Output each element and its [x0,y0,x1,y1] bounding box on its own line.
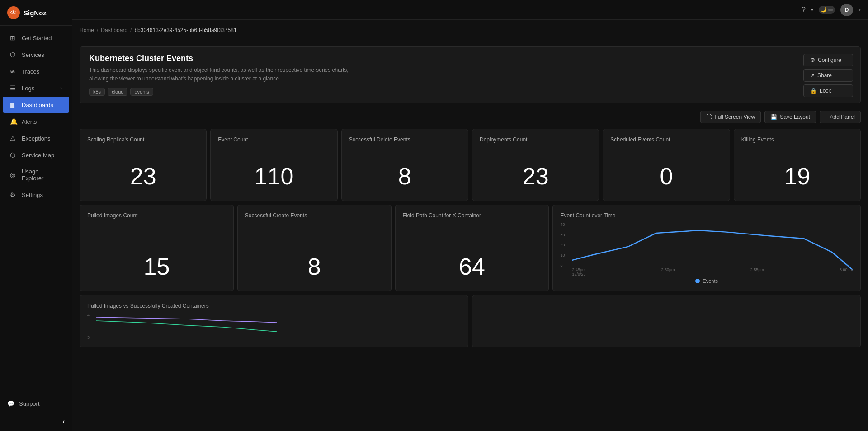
grid-icon: ⊞ [10,34,17,42]
chart-legend: Events [560,278,853,284]
stat-value-create: 8 [245,246,384,284]
stat-card-delete-events: Successful Delete Events 8 [341,129,468,201]
app-name: SigNoz [24,9,47,17]
sidebar-collapse-button[interactable]: ‹ [0,412,72,431]
sidebar-item-alerts[interactable]: 🔔 Alerts [3,113,69,130]
dashboard-description: This dashboard displays specific event a… [89,66,360,83]
usage-icon: ◎ [10,171,17,178]
stat-card-deployments: Deployments Count 23 [472,129,599,201]
dashboard-content: Home / Dashboard / bb304613-2e39-4525-bb… [72,20,868,431]
stat-title-4: Scheduled Events Count [610,136,722,143]
support-icon: 💬 [7,400,14,407]
services-icon: ⬡ [10,51,17,58]
stat-value-field: 64 [403,246,542,284]
theme-toggle[interactable]: 🌙 [819,6,835,14]
logs-icon: ☰ [10,84,17,92]
traces-icon: ≋ [10,68,17,75]
avatar-dropdown-icon[interactable]: ▾ [859,7,861,12]
stat-title-0: Scaling Replica's Count [87,136,199,143]
stat-title-pulled: Pulled Images Count [87,212,226,219]
topbar: ? ▾ 🌙 D ▾ [72,0,868,20]
sidebar-item-get-started[interactable]: ⊞ Get Started [3,30,69,46]
panel2 [472,295,861,347]
tag-k8s: k8s [89,88,105,96]
x-axis: 2:45pm12/8/23 2:50pm 2:55pm 3:00pm [572,267,853,276]
help-icon[interactable]: ? [802,6,806,14]
dashboard-tags: k8s cloud events [89,88,851,96]
help-dropdown-icon[interactable]: ▾ [811,7,813,12]
stat-value-pulled: 15 [87,246,226,284]
avatar[interactable]: D [840,4,853,16]
legend-label: Events [703,278,718,284]
panel-controls: ⛶ Full Screen View 💾 Save Layout + Add P… [80,111,861,123]
stat-value-0: 23 [87,155,199,193]
stat-card-scaling-replicas: Scaling Replica's Count 23 [80,129,207,201]
sidebar-item-exceptions[interactable]: ⚠ Exceptions [3,130,69,146]
app-logo-icon: 👁 [7,6,20,19]
dashboard-actions: ⚙ Configure ↗ Share 🔒 Lock [803,54,853,97]
stat-title-field: Field Path Count for X Container [403,212,542,219]
exceptions-icon: ⚠ [10,135,17,142]
pulled-images-chart-title: Pulled Images vs Successfully Created Co… [87,303,461,309]
sidebar-support[interactable]: 💬 Support [0,396,72,412]
sidebar-logo[interactable]: 👁 SigNoz [0,0,72,26]
stat-card-scheduled-events: Scheduled Events Count 0 [603,129,730,201]
sidebar-nav: ⊞ Get Started ⬡ Services ≋ Traces ☰ Logs… [0,26,72,396]
event-count-chart: Event Count over Time 40 30 20 10 0 [552,205,861,291]
collapse-icon: ‹ [62,417,65,426]
stat-title-5: Killing Events [741,136,853,143]
settings-icon: ⚙ [10,191,17,198]
save-layout-button[interactable]: 💾 Save Layout [764,111,816,123]
y-axis: 40 30 20 10 0 [560,222,570,267]
pulled-y-axis: 4 3 [87,313,94,340]
stat-title-create: Successful Create Events [245,212,384,219]
sidebar-item-dashboards[interactable]: ▦ Dashboards [3,97,69,113]
configure-button[interactable]: ⚙ Configure [803,54,853,66]
sidebar-item-settings[interactable]: ⚙ Settings [3,187,69,203]
stat-card-killing-events: Killing Events 19 [734,129,861,201]
tag-events: events [130,88,153,96]
stat-value-4: 0 [610,155,722,193]
stat-card-create-events: Successful Create Events 8 [237,205,392,291]
moon-icon: 🌙 [821,7,827,13]
chart-container: 40 30 20 10 0 2:45pm12/8/23 2:50pm 2: [560,222,853,276]
sidebar-item-service-map[interactable]: ⬡ Service Map [3,147,69,163]
breadcrumb-dashboard[interactable]: Dashboard [101,27,127,33]
topbar-right: ? ▾ 🌙 D ▾ [802,4,861,16]
stat-card-pulled-images: Pulled Images Count 15 [80,205,234,291]
stat-value-3: 23 [480,155,591,193]
breadcrumb-current: bb304613-2e39-4525-bb63-b58a9f337581 [134,27,236,33]
stat-title-1: Event Count [218,136,330,143]
add-panel-button[interactable]: + Add Panel [820,111,861,123]
stat-value-1: 110 [218,155,330,193]
stat-card-event-count: Event Count 110 [210,129,337,201]
third-row: Pulled Images vs Successfully Created Co… [80,295,861,347]
breadcrumb: Home / Dashboard / bb304613-2e39-4525-bb… [80,27,861,33]
pulled-images-chart-area: 4 3 [87,313,461,340]
pulled-chart-svg [96,313,277,340]
stat-grid-row1: Scaling Replica's Count 23 Event Count 1… [80,129,861,201]
stat-title-3: Deployments Count [480,136,591,143]
sidebar-item-usage-explorer[interactable]: ◎ Usage Explorer [3,164,69,186]
service-map-icon: ⬡ [10,151,17,159]
breadcrumb-home[interactable]: Home [80,27,94,33]
stat-title-2: Successful Delete Events [349,136,461,143]
toggle-btn[interactable] [828,9,833,11]
stat-value-2: 8 [349,155,461,193]
stat-card-field-path: Field Path Count for X Container 64 [395,205,549,291]
sidebar-item-logs[interactable]: ☰ Logs › [3,80,69,96]
lock-button[interactable]: 🔒 Lock [803,84,853,97]
share-button[interactable]: ↗ Share [803,69,853,82]
sidebar-item-services[interactable]: ⬡ Services [3,47,69,63]
sidebar: 👁 SigNoz ⊞ Get Started ⬡ Services ≋ Trac… [0,0,72,431]
legend-dot [695,279,700,283]
pulled-images-chart: Pulled Images vs Successfully Created Co… [80,295,468,347]
sidebar-item-traces[interactable]: ≋ Traces [3,63,69,80]
full-screen-button[interactable]: ⛶ Full Screen View [700,111,761,123]
alerts-icon: 🔔 [10,118,17,125]
second-row: Pulled Images Count 15 Successful Create… [80,205,861,291]
event-chart-title: Event Count over Time [560,212,853,219]
tag-cloud: cloud [108,88,127,96]
dashboard-info-panel: Kubernetes Cluster Events This dashboard… [80,46,861,103]
stat-value-5: 19 [741,155,853,193]
